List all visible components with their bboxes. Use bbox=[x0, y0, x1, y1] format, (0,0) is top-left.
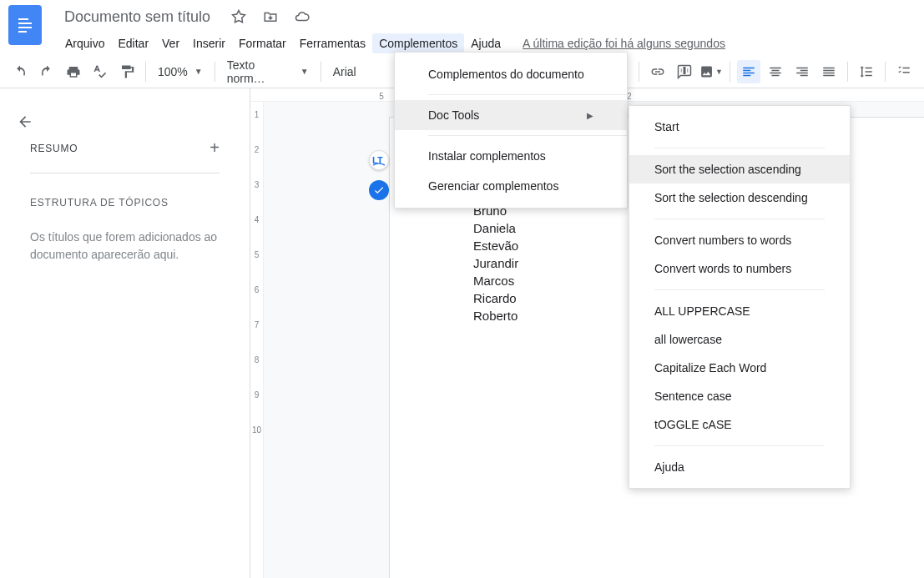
font-select[interactable]: Arial bbox=[328, 60, 403, 83]
link-button[interactable] bbox=[646, 60, 669, 83]
svg-rect-2 bbox=[18, 23, 32, 24]
outline-heading: ESTRUTURA DE TÓPICOS bbox=[30, 197, 220, 209]
menu-ver[interactable]: Ver bbox=[155, 33, 186, 53]
vertical-ruler[interactable]: 1 2 3 4 5 6 7 8 9 10 bbox=[250, 102, 264, 578]
menu-inserir[interactable]: Inserir bbox=[186, 33, 232, 53]
submenu-sort-asc[interactable]: Sort the selection ascending bbox=[629, 155, 850, 183]
comment-button[interactable] bbox=[673, 60, 696, 83]
submenu-sentence[interactable]: Sentence case bbox=[629, 382, 850, 410]
cloud-icon[interactable] bbox=[295, 9, 310, 24]
last-edit-link[interactable]: A última edição foi há alguns segundos bbox=[523, 37, 725, 50]
align-justify-button[interactable] bbox=[817, 60, 841, 83]
star-icon[interactable] bbox=[231, 9, 246, 24]
submenu-sort-desc[interactable]: Sort the selection descending bbox=[629, 183, 850, 212]
spellcheck-button[interactable] bbox=[88, 60, 112, 83]
menu-formatar[interactable]: Formatar bbox=[232, 33, 293, 53]
move-icon[interactable] bbox=[263, 9, 278, 24]
align-center-button[interactable] bbox=[764, 60, 787, 83]
outline-empty-text: Os títulos que forem adicionados ao docu… bbox=[30, 229, 220, 264]
submenu-num-to-words[interactable]: Convert numbers to words bbox=[629, 226, 850, 254]
image-button[interactable]: ▼ bbox=[699, 60, 723, 83]
submenu-lowercase[interactable]: all lowercase bbox=[629, 325, 850, 354]
redo-button[interactable] bbox=[35, 60, 58, 83]
menu-editar[interactable]: Editar bbox=[111, 33, 155, 53]
addons-menu: Complementos do documento Doc Tools▶ Ins… bbox=[394, 52, 628, 209]
submenu-start[interactable]: Start bbox=[629, 113, 850, 141]
svg-rect-1 bbox=[18, 18, 28, 20]
svg-rect-4 bbox=[18, 31, 27, 33]
menu-complementos[interactable]: Complementos bbox=[372, 33, 464, 53]
submenu-toggle[interactable]: tOGGLE cASE bbox=[629, 410, 850, 439]
submenu-capitalize[interactable]: Capitalize Each Word bbox=[629, 354, 850, 382]
svg-rect-3 bbox=[18, 27, 32, 28]
line-spacing-button[interactable] bbox=[855, 60, 878, 83]
addons-doc-tools[interactable]: Doc Tools▶ bbox=[395, 100, 627, 130]
summary-heading: RESUMO bbox=[30, 143, 78, 154]
submenu-uppercase[interactable]: ALL UPPERCASE bbox=[629, 297, 850, 325]
paint-format-button[interactable] bbox=[115, 60, 139, 83]
align-left-button[interactable] bbox=[737, 60, 760, 83]
addons-doc-addons[interactable]: Complementos do documento bbox=[395, 59, 627, 89]
menu-ajuda[interactable]: Ajuda bbox=[464, 33, 507, 53]
languagetool-icon[interactable]: LT bbox=[369, 150, 389, 170]
add-summary-button[interactable]: + bbox=[210, 138, 220, 158]
doctools-submenu: Start Sort the selection ascending Sort … bbox=[629, 105, 851, 489]
style-select[interactable]: Texto norm…▼ bbox=[222, 60, 314, 83]
menu-ferramentas[interactable]: Ferramentas bbox=[293, 33, 372, 53]
docs-logo[interactable] bbox=[8, 5, 42, 45]
check-icon[interactable] bbox=[369, 180, 389, 200]
back-icon[interactable] bbox=[17, 113, 33, 130]
svg-rect-0 bbox=[14, 12, 36, 38]
undo-button[interactable] bbox=[8, 60, 32, 83]
submenu-arrow-icon: ▶ bbox=[587, 111, 593, 120]
zoom-select[interactable]: 100%▼ bbox=[153, 60, 208, 83]
align-right-button[interactable] bbox=[790, 60, 814, 83]
addons-manage[interactable]: Gerenciar complementos bbox=[395, 171, 627, 201]
submenu-words-to-num[interactable]: Convert words to numbers bbox=[629, 254, 850, 283]
addons-install[interactable]: Instalar complementos bbox=[395, 141, 627, 171]
print-button[interactable] bbox=[62, 60, 85, 83]
docs-icon bbox=[14, 12, 36, 38]
outline-panel: RESUMO + ESTRUTURA DE TÓPICOS Os títulos… bbox=[0, 88, 250, 578]
doc-title[interactable]: Documento sem título bbox=[58, 8, 216, 27]
menu-arquivo[interactable]: Arquivo bbox=[58, 33, 111, 53]
app-header: Documento sem título Arquivo Editar Ver … bbox=[0, 0, 924, 55]
checklist-button[interactable] bbox=[892, 60, 916, 83]
submenu-help[interactable]: Ajuda bbox=[629, 453, 850, 481]
